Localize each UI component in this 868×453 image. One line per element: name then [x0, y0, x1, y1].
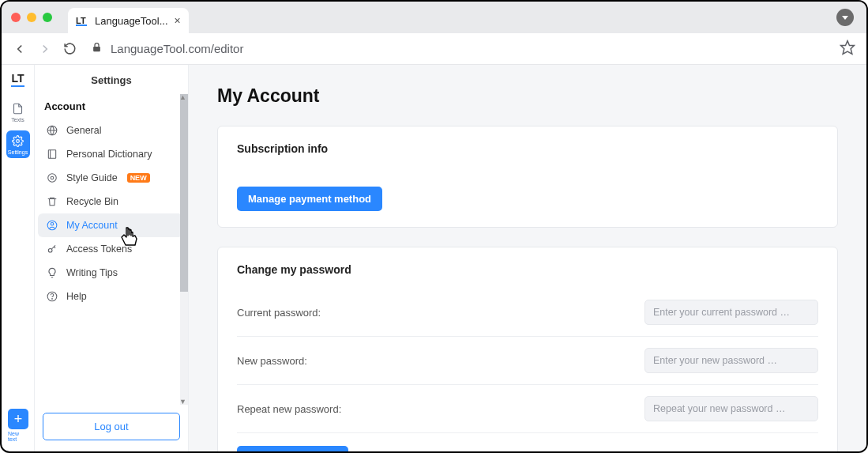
svg-rect-3 [93, 47, 100, 51]
new-text-button[interactable]: + New text [8, 409, 28, 442]
lock-icon [91, 41, 103, 56]
settings-heading: Settings [35, 65, 188, 94]
globe-icon [46, 124, 58, 137]
browser-tabbar: LT LanguageTool... × [2, 2, 866, 33]
app-rail: LT Texts Settings [2, 65, 35, 451]
sidebar-item-label: Personal Dictionary [66, 149, 152, 160]
rail-texts[interactable]: Texts [6, 98, 30, 126]
new-password-label: New password: [237, 355, 307, 367]
svg-point-8 [48, 174, 57, 183]
sidebar-item-styleguide[interactable]: Style Guide NEW [38, 166, 183, 190]
maximize-window[interactable] [43, 13, 52, 22]
trash-icon [46, 195, 58, 208]
sidebar-item-help[interactable]: Help [38, 285, 183, 308]
close-tab-icon[interactable]: × [175, 14, 181, 27]
current-password-input[interactable] [644, 300, 818, 325]
minimize-window[interactable] [27, 13, 36, 22]
sidebar-item-label: Access Tokens [66, 243, 132, 255]
svg-text:LT: LT [76, 16, 86, 25]
password-card: Change my password Current password: New… [217, 247, 838, 451]
account-section-heading: Account [35, 94, 188, 119]
back-button[interactable] [13, 42, 27, 56]
forward-button [38, 42, 52, 56]
sidebar-item-label: My Account [66, 220, 118, 231]
new-password-input[interactable] [644, 348, 818, 373]
svg-point-14 [52, 299, 53, 300]
repeat-password-input[interactable] [644, 396, 818, 421]
tab-favicon-icon: LT [76, 14, 88, 27]
sidebar-item-dictionary[interactable]: Personal Dictionary [38, 142, 183, 166]
svg-marker-4 [841, 40, 855, 54]
url-box[interactable]: LanguageTool.com/editor [88, 41, 829, 56]
new-text-label: New text [8, 431, 28, 442]
sidebar-item-tips[interactable]: Writing Tips [38, 261, 183, 285]
sidebar-item-label: Recycle Bin [66, 196, 118, 207]
gear-icon [11, 134, 25, 148]
rail-settings-label: Settings [8, 149, 28, 155]
sidebar-item-label: Writing Tips [66, 267, 118, 278]
help-icon [46, 290, 58, 303]
scroll-up-icon[interactable]: ▲ [179, 93, 186, 101]
url-text: LanguageTool.com/editor [111, 42, 243, 55]
repeat-password-label: Repeat new password: [237, 403, 341, 415]
sidebar-item-label: Help [66, 291, 87, 302]
svg-marker-2 [842, 16, 848, 20]
sidebar-item-label: General [66, 125, 101, 136]
document-icon [11, 101, 25, 115]
close-window[interactable] [11, 13, 21, 22]
plus-icon: + [8, 409, 28, 429]
svg-rect-7 [48, 150, 55, 159]
password-title: Change my password [237, 263, 818, 276]
sidebar-item-label: Style Guide [66, 172, 118, 183]
manage-payment-button[interactable]: Manage payment method [237, 187, 382, 211]
app-logo: LT [11, 71, 24, 87]
key-icon [46, 243, 58, 255]
browser-menu-icon[interactable] [836, 9, 854, 26]
window-controls [11, 13, 52, 22]
address-bar: LanguageTool.com/editor [2, 33, 866, 65]
tab-title: LanguageTool... [95, 15, 168, 27]
svg-point-5 [17, 139, 20, 142]
main-content: My Account Subscription info Manage paym… [189, 65, 866, 451]
book-icon [46, 148, 58, 160]
sliders-icon [46, 172, 58, 184]
subscription-title: Subscription info [237, 142, 818, 155]
sidebar-item-myaccount[interactable]: My Account [38, 213, 183, 237]
scrollbar-thumb[interactable] [180, 94, 188, 292]
new-badge: NEW [127, 173, 150, 183]
page-title: My Account [217, 85, 838, 107]
user-circle-icon [46, 219, 58, 232]
browser-tab[interactable]: LT LanguageTool... × [68, 8, 189, 33]
svg-point-9 [51, 176, 54, 179]
settings-sidebar: Settings ▲ ▼ Account General Personal Di… [35, 65, 189, 451]
sidebar-item-general[interactable]: General [38, 119, 183, 142]
reload-button[interactable] [63, 42, 77, 55]
lightbulb-icon [46, 266, 58, 279]
svg-rect-1 [76, 25, 87, 26]
bookmark-star-icon[interactable] [840, 40, 855, 59]
logout-button[interactable]: Log out [43, 413, 180, 440]
scroll-down-icon[interactable]: ▼ [179, 398, 186, 406]
set-password-button[interactable]: Set new password [237, 446, 348, 451]
current-password-label: Current password: [237, 307, 321, 319]
subscription-card: Subscription info Manage payment method [217, 126, 838, 228]
sidebar-item-tokens[interactable]: Access Tokens [38, 237, 183, 261]
svg-point-12 [48, 248, 52, 252]
rail-settings[interactable]: Settings [6, 130, 30, 158]
sidebar-item-recyclebin[interactable]: Recycle Bin [38, 190, 183, 213]
rail-texts-label: Texts [11, 117, 24, 123]
svg-point-11 [51, 223, 54, 226]
